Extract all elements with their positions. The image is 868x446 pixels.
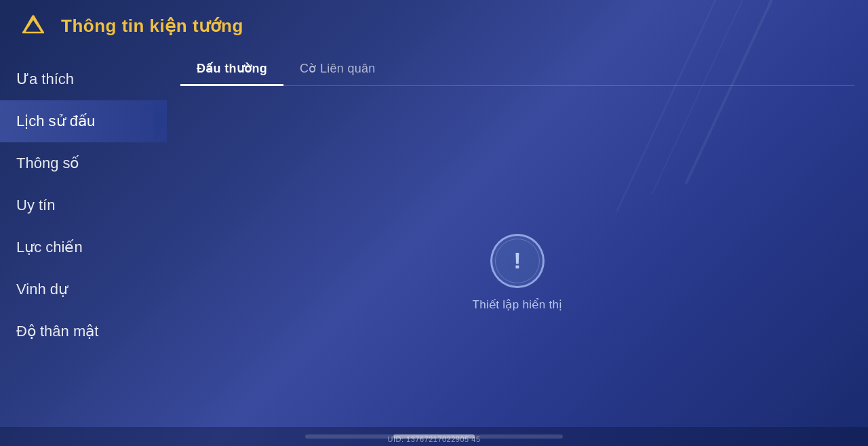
tab-co-lien-quan[interactable]: Cờ Liên quân [283, 52, 392, 85]
sidebar-item-luc-chien[interactable]: Lực chiến [0, 226, 167, 268]
empty-state-message: Thiết lập hiển thị [472, 298, 562, 312]
header: Thông tin kiện tướng [0, 0, 868, 52]
sidebar-item-thong-so[interactable]: Thông số [0, 142, 167, 184]
sidebar-item-ua-thich[interactable]: Ưa thích [0, 58, 167, 100]
sidebar: Ưa thích Lịch sử đấu Thông số Uy tín Lực… [0, 52, 167, 446]
tab-dau-thuong[interactable]: Đấu thường [180, 52, 283, 85]
logo-icon [16, 12, 50, 39]
main-layout: Ưa thích Lịch sử đấu Thông số Uy tín Lực… [0, 52, 868, 446]
content-body: ! Thiết lập hiển thị [180, 100, 854, 446]
content-area: Đấu thường Cờ Liên quân ! Thiết lập hiển… [167, 52, 868, 446]
warning-icon-circle: ! [490, 234, 545, 288]
bottom-bar: UID: 13767217022905 45 [0, 427, 868, 446]
empty-state: ! Thiết lập hiển thị [472, 234, 562, 312]
uid-label: UID: 13767217022905 45 [0, 435, 868, 443]
exclamation-icon: ! [513, 249, 521, 272]
page-title: Thông tin kiện tướng [61, 16, 243, 37]
sidebar-item-uy-tin[interactable]: Uy tín [0, 184, 167, 226]
sidebar-item-do-than-mat[interactable]: Độ thân mật [0, 310, 167, 352]
sidebar-item-vinh-du[interactable]: Vinh dự [0, 268, 167, 310]
sidebar-item-lich-su-dau[interactable]: Lịch sử đấu [0, 100, 167, 142]
tabs: Đấu thường Cờ Liên quân [180, 52, 854, 86]
